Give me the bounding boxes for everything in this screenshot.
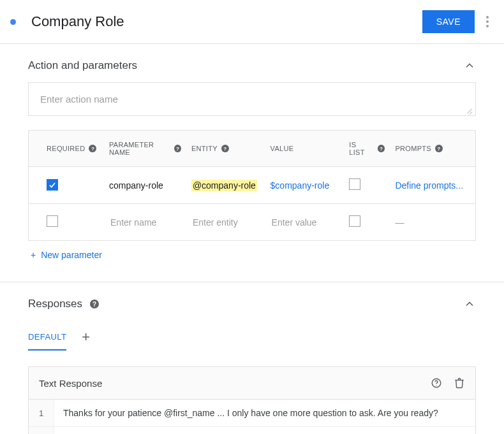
col-parameter-name-label: PARAMETER NAME [109,141,170,156]
col-entity-label: ENTITY [191,145,218,152]
define-prompts-link[interactable]: Define prompts... [395,180,463,191]
add-tab-button[interactable]: + [82,330,90,347]
action-params-title: Action and parameters [28,59,137,72]
parameters-table: REQUIRED? PARAMETER NAME? ENTITY? VALUE … [28,130,476,241]
required-checkbox[interactable] [47,179,58,191]
more-menu-icon[interactable] [486,16,489,27]
islist-checkbox[interactable] [349,178,360,190]
save-button[interactable]: SAVE [422,10,475,33]
help-icon[interactable]: ? [174,145,181,152]
col-required-label: REQUIRED [47,145,85,152]
row-number: 1 [29,400,54,426]
help-circle-icon[interactable] [431,377,442,389]
page-title: Company Role [31,13,422,30]
parameter-name-input[interactable] [109,217,181,228]
trash-icon[interactable] [454,377,465,389]
response-text-input[interactable] [62,407,468,419]
required-checkbox[interactable] [47,215,58,227]
prompts-empty: — [395,217,404,228]
help-icon[interactable]: ? [90,300,99,308]
response-row: 1 [29,400,475,427]
plus-icon: + [31,250,36,260]
entity-input[interactable] [191,217,260,228]
response-row: 2 [29,427,475,434]
table-row: company-role @company-role $company-role… [29,167,476,204]
col-islist-label: IS LIST [349,141,373,156]
text-response-title: Text Response [39,378,102,389]
help-icon[interactable]: ? [221,145,229,152]
help-icon[interactable]: ? [378,145,385,152]
responses-title: Responses [28,298,82,310]
parameter-name-value[interactable]: company-role [109,180,163,191]
value-cell[interactable]: $company-role [271,180,330,191]
help-icon[interactable]: ? [89,145,96,152]
chevron-up-icon[interactable] [463,298,476,310]
text-response-block: Text Response 1 2 [28,366,476,434]
col-value-label: VALUE [271,145,294,152]
svg-point-1 [436,385,436,386]
new-parameter-button[interactable]: + New parameter [28,241,476,263]
chevron-up-icon[interactable] [463,59,476,72]
table-row: — [29,204,476,241]
col-prompts-label: PROMPTS [395,145,431,152]
help-icon[interactable]: ? [435,145,443,152]
action-name-input[interactable] [39,93,465,105]
status-dot-icon [10,19,16,25]
islist-checkbox[interactable] [349,215,360,227]
resize-grip-icon[interactable] [466,107,473,113]
tab-default[interactable]: DEFAULT [28,326,66,351]
entity-value[interactable]: @company-role [191,180,257,191]
row-number: 2 [29,427,54,434]
value-input[interactable] [271,217,339,228]
